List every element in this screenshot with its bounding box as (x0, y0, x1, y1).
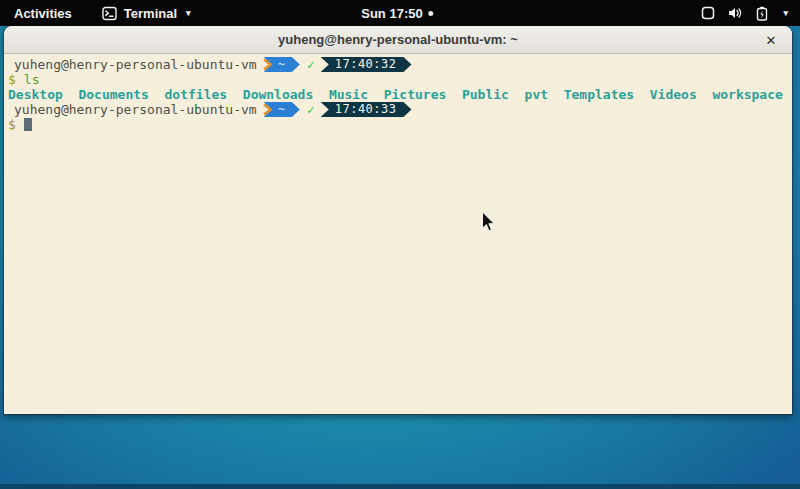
prompt-dir: ~ (278, 57, 285, 72)
top-bar: Activities Terminal ▾ Sun 17:50 (0, 0, 800, 26)
app-menu-label: Terminal (124, 6, 177, 21)
app-menu-terminal[interactable]: Terminal ▾ (96, 0, 197, 26)
close-button[interactable]: ✕ (760, 26, 782, 54)
powerline-chevron-icon (262, 103, 273, 116)
prompt-line-1: yuheng@henry-personal-ubuntu-vm ~ ✓ 17:4… (6, 57, 790, 72)
notification-dot (429, 11, 434, 16)
shell-prompt-symbol: $ (8, 117, 16, 132)
activities-button[interactable]: Activities (8, 0, 78, 26)
clock-button[interactable]: Sun 17:50 (355, 0, 439, 26)
mouse-cursor (481, 211, 496, 233)
status-check-icon: ✓ (307, 102, 315, 117)
prompt-dir: ~ (278, 102, 285, 117)
terminal-content[interactable]: yuheng@henry-personal-ubuntu-vm ~ ✓ 17:4… (4, 54, 792, 413)
window-title: yuheng@henry-personal-ubuntu-vm: ~ (278, 32, 518, 47)
status-check-icon: ✓ (307, 57, 315, 72)
prompt-time: 17:40:33 (335, 102, 397, 117)
clock-label: Sun 17:50 (361, 6, 422, 21)
prompt-user: yuheng@henry-personal-ubuntu-vm (14, 57, 257, 72)
volume-icon (728, 6, 743, 20)
prompt-time: 17:40:32 (335, 57, 397, 72)
system-status-menu[interactable]: ▾ (695, 0, 792, 26)
terminal-icon (102, 6, 117, 21)
command-text: ls (24, 72, 40, 87)
prompt-user: yuheng@henry-personal-ubuntu-vm (14, 102, 257, 117)
prompt-line-2: yuheng@henry-personal-ubuntu-vm ~ ✓ 17:4… (6, 102, 790, 117)
input-line: $ (6, 117, 790, 132)
powerline-time-segment: 17:40:33 (321, 102, 412, 117)
command-line: $ ls (6, 72, 790, 87)
powerline-time-segment: 17:40:32 (321, 57, 412, 72)
desktop-bottom-strip (0, 484, 800, 489)
titlebar[interactable]: yuheng@henry-personal-ubuntu-vm: ~ ✕ (4, 26, 792, 54)
chevron-down-icon: ▾ (783, 8, 788, 18)
display-icon (701, 6, 715, 20)
powerline-chevron-icon (262, 58, 273, 71)
text-cursor (24, 118, 32, 131)
shell-prompt-symbol: $ (8, 72, 16, 87)
chevron-down-icon: ▾ (186, 8, 191, 18)
ls-output: Desktop Documents dotfiles Downloads Mus… (6, 87, 790, 102)
terminal-window: yuheng@henry-personal-ubuntu-vm: ~ ✕ yuh… (4, 26, 792, 414)
battery-charging-icon (756, 6, 768, 21)
